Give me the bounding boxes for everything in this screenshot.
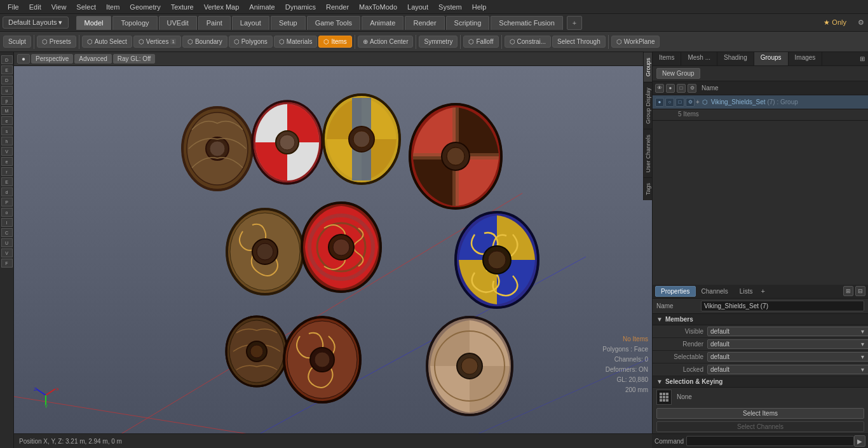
name-input[interactable] xyxy=(701,301,864,311)
gear-icon[interactable]: ⚙ xyxy=(688,84,696,93)
rp-tab-items[interactable]: Items xyxy=(653,52,681,65)
action-center-button[interactable]: ⊕ Action Center xyxy=(358,36,414,48)
gi-lock-icon[interactable]: □ xyxy=(675,98,684,107)
menu-geometry[interactable]: Geometry xyxy=(125,2,165,12)
side-btn-21[interactable]: F xyxy=(1,259,13,268)
command-input[interactable] xyxy=(686,436,854,446)
sel-dots-icon[interactable] xyxy=(656,390,672,405)
rp-tab-images[interactable]: Images xyxy=(789,52,823,65)
side-btn-14[interactable]: d xyxy=(1,187,13,196)
viewport-3d[interactable]: No Items Polygons : Face Channels: 0 Def… xyxy=(14,66,654,433)
add-props-tab[interactable]: + xyxy=(758,286,767,296)
side-btn-20[interactable]: V xyxy=(1,248,13,257)
side-btn-3[interactable]: D xyxy=(1,76,13,85)
expand-icon[interactable]: ⊞ xyxy=(857,54,868,64)
side-btn-16[interactable]: o xyxy=(1,208,13,217)
selectable-select[interactable]: default xyxy=(707,352,868,362)
visible-select[interactable]: default xyxy=(707,327,868,336)
sel-keying-section-header[interactable]: ▼ Selection & Keying xyxy=(653,376,868,388)
workplane-button[interactable]: ⬡ WorkPlane xyxy=(611,36,660,48)
add-layout-tab[interactable]: + xyxy=(567,16,582,30)
camera-icon[interactable]: ● xyxy=(666,84,675,93)
tab-schematic-fusion[interactable]: Schematic Fusion xyxy=(491,16,562,30)
props-tab-channels[interactable]: Channels xyxy=(696,286,734,297)
tab-topology[interactable]: Topology xyxy=(112,16,157,30)
groups-item[interactable]: ● ○ □ ⚙ + ⬡ Viking_Shields_Set (7) : Gro… xyxy=(653,95,868,109)
side-btn-17[interactable]: l xyxy=(1,218,13,227)
side-btn-9[interactable]: h xyxy=(1,137,13,146)
locked-select[interactable]: default xyxy=(707,365,868,374)
materials-button[interactable]: ⬡ Materials xyxy=(274,36,318,48)
members-section-header[interactable]: ▼ Members xyxy=(653,314,868,325)
presets-button[interactable]: ⬡ Presets xyxy=(37,36,76,48)
props-action-2[interactable]: ⊟ xyxy=(855,286,865,296)
layout-gear-icon[interactable]: ⚙ xyxy=(854,17,868,28)
side-btn-1[interactable]: D xyxy=(1,55,13,64)
tab-paint[interactable]: Paint xyxy=(198,16,231,30)
symmetry-button[interactable]: Symmetry xyxy=(419,36,458,48)
items-button[interactable]: ⬡ Items xyxy=(318,36,351,48)
constraints-button[interactable]: ⬡ Constrai... xyxy=(505,36,552,48)
falloff-button[interactable]: ⬡ Falloff xyxy=(463,36,498,48)
menu-help[interactable]: Help xyxy=(467,2,492,12)
menu-file[interactable]: File xyxy=(3,2,24,12)
menu-edit[interactable]: Edit xyxy=(24,2,46,12)
viewport[interactable]: ● Perspective Advanced Ray GL: Off ⟳ ↺ ⊕… xyxy=(14,52,654,433)
select-items-button[interactable]: Select Items xyxy=(656,408,864,419)
menu-vertex-map[interactable]: Vertex Map xyxy=(199,2,245,12)
polygons-button[interactable]: ⬡ Polygons xyxy=(229,36,273,48)
menu-animate[interactable]: Animate xyxy=(244,2,280,12)
side-btn-4[interactable]: u xyxy=(1,86,13,95)
props-tab-properties[interactable]: Properties xyxy=(655,286,696,297)
side-btn-18[interactable]: C xyxy=(1,228,13,237)
gi-eye-icon[interactable]: ● xyxy=(655,98,664,107)
viewport-advanced[interactable]: Advanced xyxy=(74,54,111,64)
side-btn-11[interactable]: e xyxy=(1,157,13,166)
select-through-button[interactable]: Select Through xyxy=(552,36,606,48)
viewport-perspective[interactable]: Perspective xyxy=(31,54,73,64)
boundary-button[interactable]: ⬡ Boundary xyxy=(182,36,227,48)
menu-maxtomodo[interactable]: MaxToModo xyxy=(354,2,402,12)
side-btn-5[interactable]: p xyxy=(1,96,13,105)
viewport-circle-toggle[interactable]: ● xyxy=(17,54,30,64)
side-btn-10[interactable]: V xyxy=(1,147,13,156)
side-btn-7[interactable]: e xyxy=(1,116,13,125)
vtab-user-channels[interactable]: User Channels xyxy=(644,129,652,178)
vertices-button[interactable]: ⬡ Vertices 1 xyxy=(133,36,181,48)
menu-view[interactable]: View xyxy=(46,2,72,12)
sculpt-button[interactable]: Sculpt xyxy=(3,36,31,48)
gi-gear-icon[interactable]: ⚙ xyxy=(686,98,695,107)
side-btn-19[interactable]: U xyxy=(1,238,13,247)
tab-uvedit[interactable]: UVEdit xyxy=(159,16,197,30)
menu-render[interactable]: Render xyxy=(321,2,354,12)
side-btn-8[interactable]: s xyxy=(1,126,13,135)
tab-model[interactable]: Model xyxy=(76,16,112,30)
tab-layout[interactable]: Layout xyxy=(232,16,269,30)
rp-tab-groups[interactable]: Groups xyxy=(754,52,789,65)
tab-render[interactable]: Render xyxy=(405,16,444,30)
props-action-1[interactable]: ⊞ xyxy=(843,286,853,296)
vtab-tags[interactable]: Tags xyxy=(644,177,652,200)
select-channels-button[interactable]: Select Channels xyxy=(656,421,864,432)
side-btn-12[interactable]: r xyxy=(1,167,13,176)
eye-icon[interactable]: 👁 xyxy=(655,84,664,93)
tab-setup[interactable]: Setup xyxy=(271,16,306,30)
menu-dynamics[interactable]: Dynamics xyxy=(280,2,321,12)
rp-tab-shading[interactable]: Shading xyxy=(717,52,754,65)
side-btn-13[interactable]: E xyxy=(1,177,13,186)
side-btn-6[interactable]: M xyxy=(1,106,13,115)
gi-camera-icon[interactable]: ○ xyxy=(665,98,674,107)
menu-item[interactable]: Item xyxy=(101,2,125,12)
tab-animate[interactable]: Animate xyxy=(362,16,403,30)
menu-texture[interactable]: Texture xyxy=(166,2,199,12)
vtab-group-display[interactable]: Group Display xyxy=(644,82,652,129)
tab-game-tools[interactable]: Game Tools xyxy=(307,16,361,30)
layout-dropdown[interactable]: Default Layouts ▾ xyxy=(3,17,69,29)
command-run-icon[interactable]: ▶ xyxy=(854,435,865,447)
vtab-groups[interactable]: Groups xyxy=(644,52,652,82)
expand-item-icon[interactable]: + xyxy=(696,98,700,105)
render-select[interactable]: default xyxy=(707,339,868,349)
viewport-ray-gl[interactable]: Ray GL: Off xyxy=(113,54,156,64)
tab-scripting[interactable]: Scripting xyxy=(446,16,490,30)
rp-tab-mesh[interactable]: Mesh ... xyxy=(681,52,717,65)
